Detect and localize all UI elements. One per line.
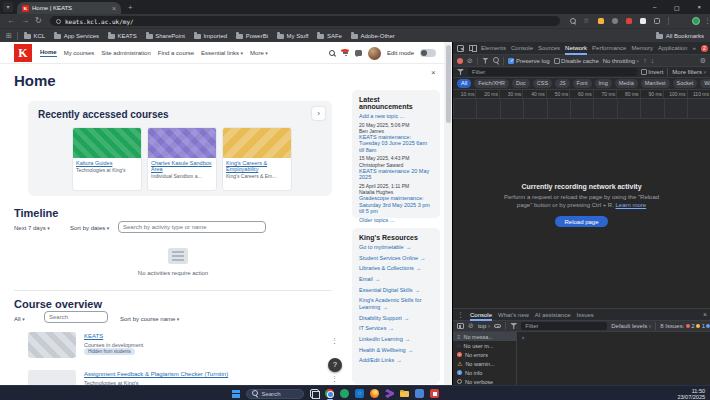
learn-more-link[interactable]: Learn more	[616, 202, 647, 208]
console-filter-warnings[interactable]: ⚠No warnin...	[453, 359, 516, 368]
antivirus-icon[interactable]	[340, 389, 349, 398]
taskbar-search[interactable]: Search	[246, 389, 304, 399]
drawer-close-icon[interactable]: ×	[703, 311, 707, 319]
task-view-icon[interactable]	[310, 389, 319, 398]
bookmark-folder-app-services[interactable]: App Services	[54, 33, 99, 39]
network-settings-gear-icon[interactable]: ⚙	[700, 57, 706, 65]
live-expression-eye-icon[interactable]	[494, 324, 501, 329]
more-filters-dropdown[interactable]: More filters▾	[672, 69, 706, 75]
network-filter-chip[interactable]: Manifest	[641, 79, 670, 88]
clear-network-log-icon[interactable]: ⊘	[467, 57, 473, 65]
filter-funnel-icon[interactable]	[482, 58, 489, 64]
teams-icon[interactable]	[415, 389, 424, 398]
start-button[interactable]	[232, 390, 240, 398]
search-icon[interactable]	[329, 50, 336, 57]
announcement-link[interactable]: Gradescope maintenance: Saturday 3rd May…	[359, 195, 433, 215]
device-toolbar-icon[interactable]	[469, 45, 476, 51]
clear-console-icon[interactable]: ⊘	[468, 322, 474, 330]
devtools-tab-network[interactable]: Network	[565, 42, 587, 55]
extensions-puzzle-icon[interactable]	[654, 18, 660, 24]
nav-site-administration[interactable]: Site administration	[101, 50, 150, 56]
devtools-tab-console[interactable]: Console	[511, 42, 533, 55]
error-count-badge[interactable]: 2	[701, 45, 708, 52]
console-filter-errors[interactable]: ×No errors	[453, 350, 516, 359]
resource-link[interactable]: Email→	[359, 276, 433, 283]
browser-menu-icon[interactable]: ⋮	[704, 17, 710, 25]
bookmark-star-icon[interactable]: ☆	[583, 17, 589, 25]
announcement-link[interactable]: KEATS maintenance 20 May 2025	[359, 168, 433, 181]
kcl-logo[interactable]: K	[14, 44, 32, 62]
resource-link[interactable]: LinkedIn Learning→	[359, 336, 433, 343]
nav-more[interactable]: More▾	[250, 50, 268, 56]
network-filter-chip[interactable]: Doc	[512, 79, 530, 88]
network-filter-chip[interactable]: Socket	[673, 79, 698, 88]
help-button[interactable]: ?	[328, 358, 342, 372]
address-search-icon[interactable]	[570, 18, 577, 25]
tab-overflow-chevron-icon[interactable]: ▾	[3, 2, 13, 12]
announcement-link[interactable]: KEATS maintenance: Tuesday 03 June 2025 …	[359, 134, 433, 154]
throttling-dropdown[interactable]: No throttling▾	[603, 58, 639, 64]
console-filter-input[interactable]	[521, 322, 607, 330]
bookmark-folder-adobe-other[interactable]: Adobe-Other	[351, 33, 395, 39]
timeline-sort-dropdown[interactable]: Sort by dates▾	[70, 225, 109, 231]
nav-home[interactable]: Home	[40, 49, 57, 57]
nav-essential-links[interactable]: Essential links▾	[201, 50, 243, 56]
user-avatar[interactable]	[368, 47, 381, 60]
console-filter-info[interactable]: iNo info	[453, 368, 516, 377]
extension-icon[interactable]	[640, 18, 646, 24]
edit-mode-toggle[interactable]	[420, 49, 436, 57]
network-filter-chip[interactable]: CSS	[533, 79, 552, 88]
timeline-search-input[interactable]	[118, 221, 266, 233]
export-har-icon[interactable]: ↓	[651, 57, 655, 65]
network-filter-chip[interactable]: JS	[555, 79, 569, 88]
inspect-element-icon[interactable]	[457, 45, 464, 52]
log-levels-dropdown[interactable]: Default levels▾	[611, 323, 651, 329]
add-new-topic-link[interactable]: Add a new topic ...	[359, 113, 433, 120]
resource-link[interactable]: King's Academic Skills for Learning→	[359, 297, 433, 310]
file-explorer-icon[interactable]	[400, 389, 409, 398]
course-card[interactable]: Kaltura Guides Technologies at King's	[72, 127, 142, 191]
drawer-menu-icon[interactable]: ⋮	[457, 311, 464, 319]
course-row-link[interactable]: KEATS	[84, 333, 103, 339]
network-filter-chip[interactable]: Fetch/XHR	[474, 79, 509, 88]
network-filter-chip[interactable]: Media	[615, 79, 638, 88]
bookmark-folder-keats[interactable]: KEATS	[108, 33, 137, 39]
visual-studio-icon[interactable]	[385, 389, 394, 398]
forward-icon[interactable]: →	[21, 17, 29, 25]
taskbar-clock[interactable]: 11:50 23/07/2025	[677, 388, 705, 400]
network-filter-chip[interactable]: Img	[595, 79, 612, 88]
extension-icon[interactable]	[626, 18, 632, 24]
drawer-tab-console[interactable]: Console	[470, 309, 492, 321]
recent-next-button[interactable]: ›	[312, 107, 325, 120]
bookmark-folder-my-stuff[interactable]: My Stuff	[277, 33, 308, 39]
console-context-dropdown[interactable]: top▾	[478, 323, 490, 329]
drawer-tab-issues[interactable]: Issues	[577, 309, 594, 321]
window-minimize-button[interactable]: –	[653, 4, 656, 10]
resource-link[interactable]: IT Services→	[359, 325, 433, 332]
bookmark-folder-powerbi[interactable]: PowerBi	[236, 33, 268, 39]
reload-page-button[interactable]: Reload page	[555, 216, 607, 227]
console-filter-all-messages[interactable]: ≡No messa...	[453, 332, 516, 341]
profile-avatar[interactable]	[692, 17, 700, 25]
drawer-tab-ai-assistance[interactable]: AI assistance	[535, 309, 571, 321]
browser-tab[interactable]: K Home | KEATS ×	[17, 2, 121, 14]
resource-link[interactable]: Go to mytimetable→	[359, 244, 433, 251]
course-row-link[interactable]: Assignment Feedback & Plagiarism Checker…	[84, 371, 228, 377]
window-maximize-button[interactable]: ▢	[674, 4, 680, 11]
devtools-tab-elements[interactable]: Elements	[481, 42, 506, 55]
extension-icon[interactable]	[612, 18, 618, 24]
console-sidebar-toggle-icon[interactable]	[457, 323, 464, 329]
site-info-icon[interactable]	[56, 19, 61, 24]
import-har-icon[interactable]: ↑	[643, 57, 647, 65]
console-filter-user-messages[interactable]: ◌No user m...	[453, 341, 516, 350]
devtools-tab-performance[interactable]: Performance	[592, 42, 626, 55]
messages-icon[interactable]	[355, 50, 362, 56]
overview-filter-dropdown[interactable]: All▾	[14, 316, 25, 322]
network-filter-input[interactable]	[468, 68, 637, 76]
network-filter-chip-all[interactable]: All	[457, 79, 471, 88]
bookmark-folder-safe[interactable]: SAFe	[317, 33, 342, 39]
network-filter-chip[interactable]: Font	[573, 79, 592, 88]
resource-link[interactable]: Libraries & Collections→	[359, 265, 433, 272]
checkbox-icon[interactable]	[554, 58, 560, 64]
apps-grid-icon[interactable]: ⊞	[6, 32, 12, 40]
